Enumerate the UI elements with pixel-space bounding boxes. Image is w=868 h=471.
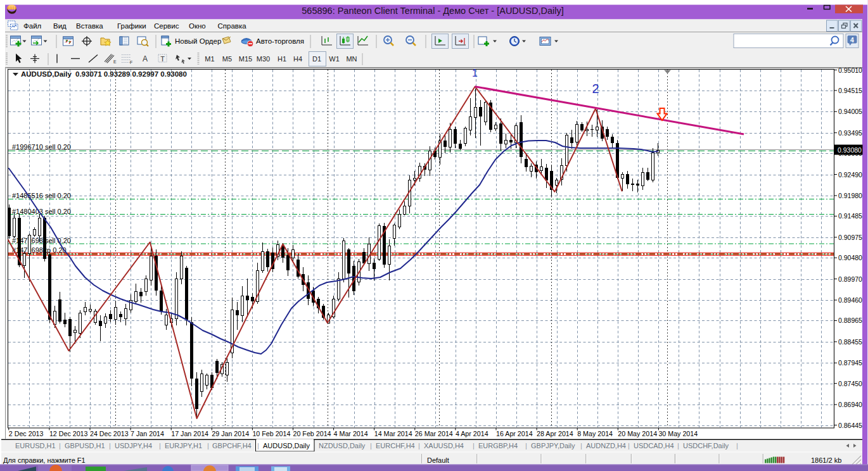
svg-text:0.94515: 0.94515 [838,87,862,94]
svg-text:#1471698 sell 0.20: #1471698 sell 0.20 [12,237,71,244]
svg-text:Графики: Графики [117,22,146,30]
svg-text:NZDUSD,Daily: NZDUSD,Daily [319,442,366,449]
svg-text:2 Dec 2013: 2 Dec 2013 [9,430,44,437]
svg-text:T: T [160,55,165,63]
svg-text:0.91980: 0.91980 [838,192,862,199]
svg-text:0.86940: 0.86940 [838,401,862,408]
svg-text:|: | [109,442,111,449]
svg-text:F: F [130,60,132,65]
svg-text:0.95010: 0.95010 [838,66,862,74]
svg-text:29 Jan 2014: 29 Jan 2014 [212,430,249,437]
svg-text:A: A [143,54,148,63]
svg-text:0.87945: 0.87945 [838,359,862,367]
svg-text:M1: M1 [205,55,214,63]
svg-text:MN: MN [346,55,357,63]
svg-text:30 May 2014: 30 May 2014 [658,430,698,437]
svg-text:10 Feb 2014: 10 Feb 2014 [252,430,290,437]
svg-text:Окно: Окно [189,22,206,30]
svg-text:AUDUSD,Daily: AUDUSD,Daily [263,442,310,449]
svg-text:0.93080: 0.93080 [838,146,862,154]
svg-text:XAUUSD,H4: XAUUSD,H4 [424,442,464,449]
svg-text:|: | [159,442,161,449]
svg-text:0.89460: 0.89460 [838,296,862,304]
svg-text:0.92490: 0.92490 [838,171,862,179]
svg-text:#1996710 sell 0.20: #1996710 sell 0.20 [12,143,71,151]
svg-text:|: | [473,442,475,449]
svg-text:24 Dec 2013: 24 Dec 2013 [90,430,129,437]
svg-text:W1: W1 [329,55,340,63]
svg-text:USDCAD,H4: USDCAD,H4 [634,442,674,449]
svg-text:EURUSD,H1: EURUSD,H1 [15,442,56,449]
svg-text:0.89970: 0.89970 [838,275,862,283]
svg-text:2: 2 [592,82,599,96]
svg-text:|: | [677,442,679,449]
svg-text:|: | [418,442,420,449]
svg-text:Справка: Справка [218,22,247,30]
svg-text:0.91485: 0.91485 [838,212,862,220]
svg-text:0.90480: 0.90480 [838,254,862,261]
svg-text:USDCHF,Daily: USDCHF,Daily [683,442,729,449]
svg-text:16 Apr 2014: 16 Apr 2014 [496,430,533,437]
svg-text:0.90975: 0.90975 [838,234,862,241]
svg-text:Вид: Вид [53,22,67,30]
svg-text:4: 4 [850,36,854,44]
svg-text:Авто-торговля: Авто-торговля [256,37,304,45]
svg-text:AUDNZD,H4: AUDNZD,H4 [586,442,626,449]
svg-text:565896: Panteon Client Termina: 565896: Panteon Client Terminal - Демо С… [302,6,563,16]
svg-text:GBPUSD,H1: GBPUSD,H1 [65,442,105,449]
svg-text:D1: D1 [312,55,321,63]
svg-text:Новый Ордер: Новый Ордер [175,37,221,45]
svg-text:|: | [580,442,582,449]
svg-text:USDJPY,H4: USDJPY,H4 [115,442,152,449]
svg-text:0.88455: 0.88455 [838,338,862,346]
svg-text:8 May 2014: 8 May 2014 [577,430,613,437]
svg-text:4 Apr 2014: 4 Apr 2014 [456,430,488,437]
svg-text:28 Apr 2014: 28 Apr 2014 [537,430,573,437]
svg-text:7 Jan 2014: 7 Jan 2014 [131,430,164,437]
svg-text:0.86445: 0.86445 [838,422,862,429]
svg-text:H1: H1 [278,55,286,63]
svg-text:GBPCHF,H4: GBPCHF,H4 [212,442,252,449]
svg-text:|: | [59,442,61,449]
svg-text:M15: M15 [239,55,252,63]
svg-text:0.93495: 0.93495 [838,129,862,137]
svg-text:Default: Default [427,456,449,464]
svg-text:M30: M30 [257,55,270,63]
svg-text:0.94005: 0.94005 [838,108,862,115]
svg-text:1861/2 kb: 1861/2 kb [811,456,841,464]
svg-text:AUDUSD,Daily: AUDUSD,Daily [21,70,72,78]
svg-text:E: E [113,60,117,64]
svg-text:|: | [525,442,527,449]
svg-text:12 Dec 2013: 12 Dec 2013 [49,430,88,437]
svg-text:Сервис: Сервис [154,22,179,30]
svg-text:0.93071 0.93289 0.92997 0.9308: 0.93071 0.93289 0.92997 0.93080 [75,70,187,78]
svg-text:EURGBP,H4: EURGBP,H4 [478,442,518,449]
svg-text:26 Mar 2014: 26 Mar 2014 [415,430,453,437]
svg-text:|: | [207,442,209,449]
svg-text:|: | [628,442,630,449]
svg-text:20 Feb 2014: 20 Feb 2014 [293,430,331,437]
svg-text:|: | [370,442,372,449]
svg-text:#1480403 sell 0.20: #1480403 sell 0.20 [12,208,71,215]
svg-text:20 May 2014: 20 May 2014 [618,430,657,437]
svg-text:|: | [736,442,738,449]
svg-text:GBPJPY,Daily: GBPJPY,Daily [531,442,575,449]
svg-text:4 Mar 2014: 4 Mar 2014 [334,430,368,437]
svg-text:14 Mar 2014: 14 Mar 2014 [374,430,412,437]
svg-text:H4: H4 [293,55,302,63]
svg-text:Для справки, нажмите F1: Для справки, нажмите F1 [3,456,86,464]
svg-text:EURJPY,H1: EURJPY,H1 [165,442,202,449]
svg-text:Вставка: Вставка [76,22,103,30]
svg-text:#1485516 sell 0.20: #1485516 sell 0.20 [12,192,71,199]
svg-text:1: 1 [472,68,478,78]
svg-text:17 Jan 2014: 17 Jan 2014 [171,430,208,437]
svg-text:|: | [257,442,259,449]
svg-text:EURCHF,H4: EURCHF,H4 [376,442,415,449]
svg-text:M5: M5 [222,55,232,63]
svg-text:0.87450: 0.87450 [838,380,862,387]
svg-text:Файл: Файл [23,22,41,30]
svg-text:0.88965: 0.88965 [838,317,862,324]
